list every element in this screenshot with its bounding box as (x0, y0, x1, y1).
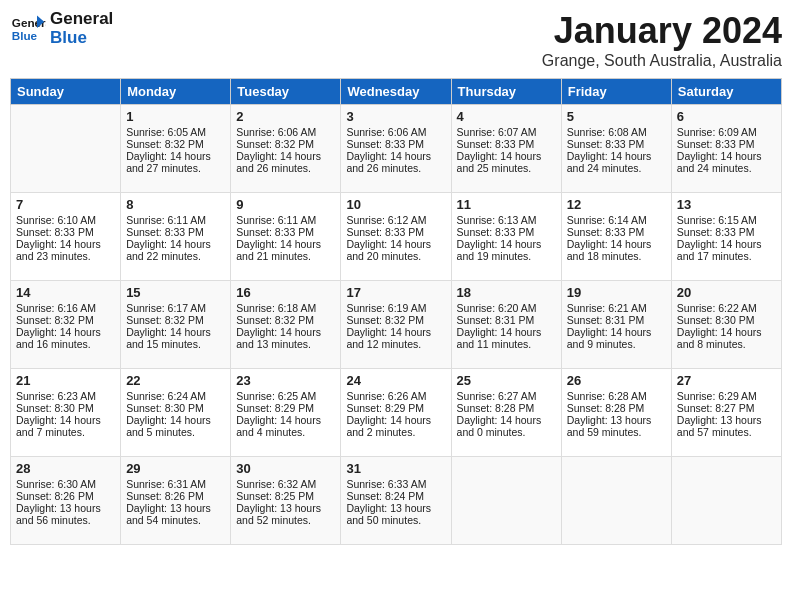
day-number: 17 (346, 285, 445, 300)
daylight-text: Daylight: 13 hours and 50 minutes. (346, 502, 445, 526)
day-number: 20 (677, 285, 776, 300)
sunset-text: Sunset: 8:33 PM (677, 138, 776, 150)
sunrise-text: Sunrise: 6:20 AM (457, 302, 556, 314)
sunrise-text: Sunrise: 6:08 AM (567, 126, 666, 138)
day-number: 13 (677, 197, 776, 212)
sunrise-text: Sunrise: 6:15 AM (677, 214, 776, 226)
calendar-cell (451, 457, 561, 545)
calendar-cell (11, 105, 121, 193)
calendar-cell: 29Sunrise: 6:31 AMSunset: 8:26 PMDayligh… (121, 457, 231, 545)
header-thursday: Thursday (451, 79, 561, 105)
daylight-text: Daylight: 14 hours and 23 minutes. (16, 238, 115, 262)
sunrise-text: Sunrise: 6:06 AM (346, 126, 445, 138)
calendar-cell: 2Sunrise: 6:06 AMSunset: 8:32 PMDaylight… (231, 105, 341, 193)
calendar-cell: 5Sunrise: 6:08 AMSunset: 8:33 PMDaylight… (561, 105, 671, 193)
daylight-text: Daylight: 14 hours and 8 minutes. (677, 326, 776, 350)
sunset-text: Sunset: 8:33 PM (567, 226, 666, 238)
sunset-text: Sunset: 8:24 PM (346, 490, 445, 502)
sunrise-text: Sunrise: 6:16 AM (16, 302, 115, 314)
calendar-header-row: SundayMondayTuesdayWednesdayThursdayFrid… (11, 79, 782, 105)
header-sunday: Sunday (11, 79, 121, 105)
calendar-cell: 3Sunrise: 6:06 AMSunset: 8:33 PMDaylight… (341, 105, 451, 193)
day-number: 4 (457, 109, 556, 124)
sunset-text: Sunset: 8:33 PM (677, 226, 776, 238)
sunrise-text: Sunrise: 6:13 AM (457, 214, 556, 226)
month-year-title: January 2024 (542, 10, 782, 52)
calendar-cell: 18Sunrise: 6:20 AMSunset: 8:31 PMDayligh… (451, 281, 561, 369)
daylight-text: Daylight: 14 hours and 18 minutes. (567, 238, 666, 262)
sunset-text: Sunset: 8:33 PM (126, 226, 225, 238)
calendar-week-row: 21Sunrise: 6:23 AMSunset: 8:30 PMDayligh… (11, 369, 782, 457)
sunset-text: Sunset: 8:31 PM (567, 314, 666, 326)
sunset-text: Sunset: 8:31 PM (457, 314, 556, 326)
day-number: 28 (16, 461, 115, 476)
day-number: 14 (16, 285, 115, 300)
day-number: 5 (567, 109, 666, 124)
svg-text:Blue: Blue (12, 28, 38, 41)
logo: General Blue General Blue (10, 10, 113, 47)
sunset-text: Sunset: 8:33 PM (457, 226, 556, 238)
sunrise-text: Sunrise: 6:21 AM (567, 302, 666, 314)
daylight-text: Daylight: 14 hours and 5 minutes. (126, 414, 225, 438)
calendar-week-row: 1Sunrise: 6:05 AMSunset: 8:32 PMDaylight… (11, 105, 782, 193)
day-number: 21 (16, 373, 115, 388)
day-number: 2 (236, 109, 335, 124)
daylight-text: Daylight: 14 hours and 27 minutes. (126, 150, 225, 174)
calendar-cell: 10Sunrise: 6:12 AMSunset: 8:33 PMDayligh… (341, 193, 451, 281)
calendar-cell: 26Sunrise: 6:28 AMSunset: 8:28 PMDayligh… (561, 369, 671, 457)
sunset-text: Sunset: 8:32 PM (346, 314, 445, 326)
sunset-text: Sunset: 8:28 PM (567, 402, 666, 414)
sunset-text: Sunset: 8:25 PM (236, 490, 335, 502)
calendar-cell: 15Sunrise: 6:17 AMSunset: 8:32 PMDayligh… (121, 281, 231, 369)
daylight-text: Daylight: 13 hours and 52 minutes. (236, 502, 335, 526)
daylight-text: Daylight: 14 hours and 17 minutes. (677, 238, 776, 262)
day-number: 23 (236, 373, 335, 388)
sunset-text: Sunset: 8:28 PM (457, 402, 556, 414)
daylight-text: Daylight: 14 hours and 24 minutes. (677, 150, 776, 174)
day-number: 19 (567, 285, 666, 300)
day-number: 3 (346, 109, 445, 124)
header-monday: Monday (121, 79, 231, 105)
calendar-cell: 1Sunrise: 6:05 AMSunset: 8:32 PMDaylight… (121, 105, 231, 193)
sunrise-text: Sunrise: 6:33 AM (346, 478, 445, 490)
sunset-text: Sunset: 8:32 PM (126, 138, 225, 150)
day-number: 29 (126, 461, 225, 476)
sunset-text: Sunset: 8:33 PM (457, 138, 556, 150)
calendar-cell: 6Sunrise: 6:09 AMSunset: 8:33 PMDaylight… (671, 105, 781, 193)
sunrise-text: Sunrise: 6:09 AM (677, 126, 776, 138)
calendar-cell: 25Sunrise: 6:27 AMSunset: 8:28 PMDayligh… (451, 369, 561, 457)
daylight-text: Daylight: 14 hours and 21 minutes. (236, 238, 335, 262)
sunset-text: Sunset: 8:26 PM (16, 490, 115, 502)
sunrise-text: Sunrise: 6:23 AM (16, 390, 115, 402)
calendar-cell: 7Sunrise: 6:10 AMSunset: 8:33 PMDaylight… (11, 193, 121, 281)
daylight-text: Daylight: 13 hours and 56 minutes. (16, 502, 115, 526)
day-number: 16 (236, 285, 335, 300)
header-saturday: Saturday (671, 79, 781, 105)
day-number: 12 (567, 197, 666, 212)
calendar-cell: 9Sunrise: 6:11 AMSunset: 8:33 PMDaylight… (231, 193, 341, 281)
calendar-cell: 28Sunrise: 6:30 AMSunset: 8:26 PMDayligh… (11, 457, 121, 545)
calendar-cell: 16Sunrise: 6:18 AMSunset: 8:32 PMDayligh… (231, 281, 341, 369)
daylight-text: Daylight: 14 hours and 0 minutes. (457, 414, 556, 438)
calendar-table: SundayMondayTuesdayWednesdayThursdayFrid… (10, 78, 782, 545)
sunrise-text: Sunrise: 6:28 AM (567, 390, 666, 402)
sunrise-text: Sunrise: 6:17 AM (126, 302, 225, 314)
daylight-text: Daylight: 14 hours and 9 minutes. (567, 326, 666, 350)
sunset-text: Sunset: 8:29 PM (236, 402, 335, 414)
sunrise-text: Sunrise: 6:25 AM (236, 390, 335, 402)
calendar-cell: 17Sunrise: 6:19 AMSunset: 8:32 PMDayligh… (341, 281, 451, 369)
day-number: 1 (126, 109, 225, 124)
sunset-text: Sunset: 8:32 PM (236, 314, 335, 326)
daylight-text: Daylight: 14 hours and 12 minutes. (346, 326, 445, 350)
daylight-text: Daylight: 14 hours and 4 minutes. (236, 414, 335, 438)
day-number: 7 (16, 197, 115, 212)
calendar-cell: 24Sunrise: 6:26 AMSunset: 8:29 PMDayligh… (341, 369, 451, 457)
sunrise-text: Sunrise: 6:31 AM (126, 478, 225, 490)
sunrise-text: Sunrise: 6:11 AM (126, 214, 225, 226)
header-friday: Friday (561, 79, 671, 105)
calendar-cell: 23Sunrise: 6:25 AMSunset: 8:29 PMDayligh… (231, 369, 341, 457)
sunrise-text: Sunrise: 6:19 AM (346, 302, 445, 314)
sunrise-text: Sunrise: 6:26 AM (346, 390, 445, 402)
sunrise-text: Sunrise: 6:12 AM (346, 214, 445, 226)
calendar-cell: 12Sunrise: 6:14 AMSunset: 8:33 PMDayligh… (561, 193, 671, 281)
